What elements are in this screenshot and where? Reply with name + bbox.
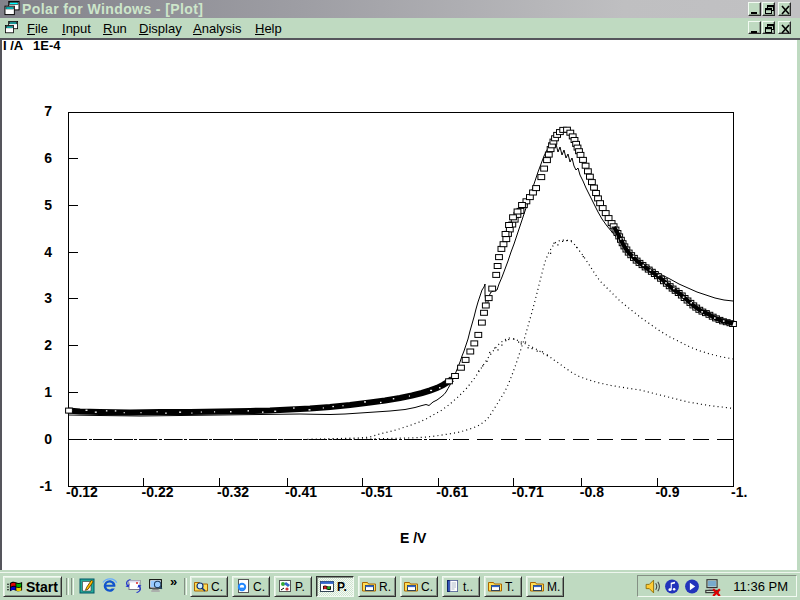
svg-text:-0.8: -0.8 — [580, 484, 604, 500]
svg-text:-0.41: -0.41 — [285, 484, 317, 500]
svg-text:7: 7 — [44, 103, 52, 119]
svg-text:I /A: I /A — [3, 38, 24, 53]
svg-text:-0.51: -0.51 — [361, 484, 393, 500]
svg-text:5: 5 — [44, 197, 52, 213]
svg-text:-0.12: -0.12 — [66, 484, 98, 500]
svg-text:-0.61: -0.61 — [436, 484, 468, 500]
svg-text:1: 1 — [44, 384, 52, 400]
svg-text:3: 3 — [44, 290, 52, 306]
svg-text:-0.22: -0.22 — [142, 484, 174, 500]
svg-text:6: 6 — [44, 150, 52, 166]
svg-text:4: 4 — [44, 244, 52, 260]
svg-text:-1.: -1. — [731, 484, 747, 500]
svg-text:2: 2 — [44, 337, 52, 353]
svg-text:0: 0 — [44, 431, 52, 447]
svg-text:-0.9: -0.9 — [655, 484, 679, 500]
svg-text:-1: -1 — [40, 478, 53, 494]
svg-text:-0.71: -0.71 — [512, 484, 544, 500]
svg-text:1E-4: 1E-4 — [33, 38, 61, 53]
svg-text:E /V: E /V — [400, 530, 427, 546]
svg-text:-0.32: -0.32 — [217, 484, 249, 500]
